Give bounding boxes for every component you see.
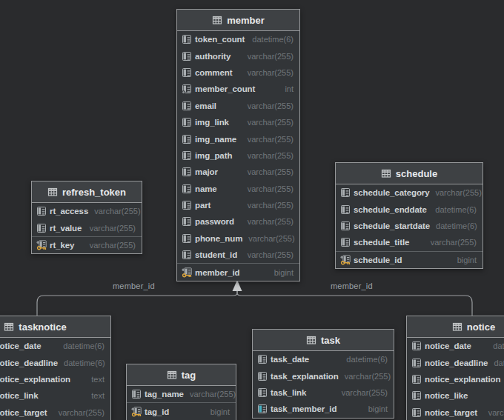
column-row-tasknotice_date[interactable]: tasknotice_datedatetime(6) bbox=[0, 338, 110, 354]
column-name: tasknotice_link bbox=[0, 391, 39, 400]
column-row-rt_key[interactable]: rt_keyvarchar(255) bbox=[32, 236, 142, 253]
column-icon bbox=[182, 150, 192, 161]
column-row-email[interactable]: emailvarchar(255) bbox=[177, 98, 299, 114]
column-type: varchar(255) bbox=[248, 101, 294, 110]
primary-key-column-icon bbox=[131, 407, 142, 417]
relation-line-notice-member[interactable] bbox=[237, 291, 472, 316]
column-name: rt_key bbox=[50, 241, 74, 250]
column-row-schedule_title[interactable]: schedule_titlevarchar(255) bbox=[336, 234, 483, 250]
column-icon bbox=[257, 371, 268, 381]
column-icon bbox=[411, 374, 422, 384]
table-notice[interactable]: noticenotice_datedatetime(6)notice_deadl… bbox=[406, 316, 504, 420]
column-row-schedule_category[interactable]: schedule_categoryvarchar(255) bbox=[336, 184, 483, 201]
column-row-img_name[interactable]: img_namevarchar(255) bbox=[177, 130, 299, 147]
table-tasknotice[interactable]: tasknoticetasknotice_datedatetime(6)task… bbox=[0, 316, 111, 420]
column-name: schedule_enddate bbox=[354, 205, 427, 214]
column-row-notice_date[interactable]: notice_datedatetime(6) bbox=[407, 338, 504, 354]
column-row-tasknotice_deadline[interactable]: tasknotice_deadlinedatetime(6) bbox=[0, 354, 110, 370]
column-row-rt_access[interactable]: rt_accessvarchar(255) bbox=[32, 203, 142, 219]
column-icon bbox=[411, 358, 422, 368]
column-name: tasknotice_deadline bbox=[0, 359, 58, 367]
column-row-tag_id[interactable]: tag_idbigint bbox=[127, 402, 236, 419]
primary-key-column-icon bbox=[36, 240, 47, 250]
column-row-phone_num[interactable]: phone_numvarchar(255) bbox=[177, 230, 299, 247]
column-row-comment[interactable]: commentvarchar(255) bbox=[177, 64, 299, 81]
table-title: member bbox=[227, 15, 265, 26]
table-icon bbox=[452, 321, 462, 332]
column-row-tag_name[interactable]: tag_namevarchar(255) bbox=[127, 386, 236, 402]
column-row-schedule_enddate[interactable]: schedule_enddatedatetime(6) bbox=[336, 201, 483, 217]
column-row-img_link[interactable]: img_linkvarchar(255) bbox=[177, 114, 299, 130]
column-icon bbox=[257, 387, 268, 398]
column-row-member_count[interactable]: member_countint bbox=[177, 81, 299, 97]
column-name: notice_deadline bbox=[425, 359, 488, 367]
table-header-schedule[interactable]: schedule bbox=[336, 163, 483, 184]
column-row-tasknotice_explanation[interactable]: tasknotice_explanationtext bbox=[0, 371, 110, 387]
column-icon bbox=[340, 187, 351, 198]
table-schedule[interactable]: scheduleschedule_categoryvarchar(255)sch… bbox=[335, 162, 483, 269]
column-type: varchar(255) bbox=[90, 224, 136, 233]
column-row-img_path[interactable]: img_pathvarchar(255) bbox=[177, 147, 299, 164]
column-icon bbox=[182, 200, 192, 210]
column-row-member_id[interactable]: member_idbigint bbox=[177, 263, 299, 280]
column-row-password[interactable]: passwordvarchar(255) bbox=[177, 213, 299, 230]
column-row-notice_explanation[interactable]: notice_explanation bbox=[407, 371, 504, 387]
column-row-authority[interactable]: authorityvarchar(255) bbox=[177, 47, 299, 64]
column-name: notice_explanation bbox=[425, 375, 500, 384]
table-header-task[interactable]: task bbox=[253, 330, 394, 351]
table-header-refresh_token[interactable]: refresh_token bbox=[32, 181, 142, 203]
column-row-task_link[interactable]: task_linkvarchar(255) bbox=[253, 384, 394, 401]
column-row-notice_like[interactable]: notice_like bbox=[407, 387, 504, 404]
table-task[interactable]: tasktask_datedatetime(6)task_explanation… bbox=[252, 329, 394, 419]
table-tag[interactable]: tagtag_namevarchar(255)tag_idbigint bbox=[126, 364, 236, 420]
column-row-notice_deadline[interactable]: notice_deadlinedatetime(6) bbox=[407, 354, 504, 370]
column-name: phone_num bbox=[195, 234, 242, 243]
column-name: img_link bbox=[195, 118, 229, 127]
column-type: bigint bbox=[210, 407, 230, 416]
column-row-notice_target[interactable]: notice_targetvarchar(255) bbox=[407, 404, 504, 420]
column-icon bbox=[36, 206, 47, 216]
column-row-task_date[interactable]: task_datedatetime(6) bbox=[253, 351, 394, 367]
relation-line-tasknotice-member[interactable] bbox=[37, 291, 237, 316]
table-header-member[interactable]: member bbox=[177, 10, 299, 31]
column-row-schedule_id[interactable]: schedule_idbigint bbox=[336, 251, 483, 268]
column-name: task_link bbox=[271, 388, 306, 397]
table-title: task bbox=[321, 335, 340, 346]
column-icon bbox=[257, 354, 268, 364]
column-icon bbox=[131, 389, 142, 399]
column-icon bbox=[340, 221, 351, 231]
column-row-major[interactable]: majorvarchar(255) bbox=[177, 164, 299, 180]
column-type: datetime(6) bbox=[436, 221, 477, 230]
table-header-notice[interactable]: notice bbox=[407, 316, 504, 338]
table-header-tag[interactable]: tag bbox=[127, 364, 236, 386]
column-row-schedule_startdate[interactable]: schedule_startdatedatetime(6) bbox=[336, 218, 483, 234]
column-type: varchar(255) bbox=[248, 68, 294, 77]
column-type: varchar(255) bbox=[94, 207, 140, 216]
relation-arrowhead-member bbox=[233, 280, 242, 291]
column-name: tasknotice_date bbox=[0, 341, 41, 350]
column-name: password bbox=[195, 217, 234, 226]
column-icon bbox=[182, 167, 192, 177]
column-type: varchar(255) bbox=[248, 167, 294, 176]
table-title: notice bbox=[467, 321, 495, 333]
column-name: major bbox=[195, 167, 218, 176]
column-row-part[interactable]: partvarchar(255) bbox=[177, 197, 299, 213]
column-name: name bbox=[195, 184, 217, 193]
column-row-token_count[interactable]: token_countdatetime(6) bbox=[177, 31, 299, 47]
column-row-task_explanation[interactable]: task_explanationvarchar(255) bbox=[253, 367, 394, 384]
column-row-student_id[interactable]: student_idvarchar(255) bbox=[177, 247, 299, 263]
column-row-name[interactable]: namevarchar(255) bbox=[177, 181, 299, 197]
column-type: datetime(6) bbox=[435, 205, 477, 214]
column-row-rt_value[interactable]: rt_valuevarchar(255) bbox=[32, 219, 142, 236]
column-name: rt_value bbox=[50, 224, 82, 233]
table-member[interactable]: membertoken_countdatetime(6)authorityvar… bbox=[176, 9, 300, 281]
table-icon bbox=[4, 321, 14, 332]
table-header-tasknotice[interactable]: tasknotice bbox=[0, 316, 110, 338]
table-refresh_token[interactable]: refresh_tokenrt_accessvarchar(255)rt_val… bbox=[31, 181, 142, 254]
column-row-tasknotice_link[interactable]: tasknotice_linktext bbox=[0, 387, 110, 404]
table-icon bbox=[306, 335, 316, 345]
column-row-task_member_id[interactable]: task_member_idbigint bbox=[253, 401, 394, 417]
column-type: datetime(6) bbox=[494, 359, 504, 367]
column-type: bigint bbox=[274, 268, 294, 277]
column-row-tasknotice_target[interactable]: tasknotice_targetvarchar(255) bbox=[0, 404, 110, 420]
